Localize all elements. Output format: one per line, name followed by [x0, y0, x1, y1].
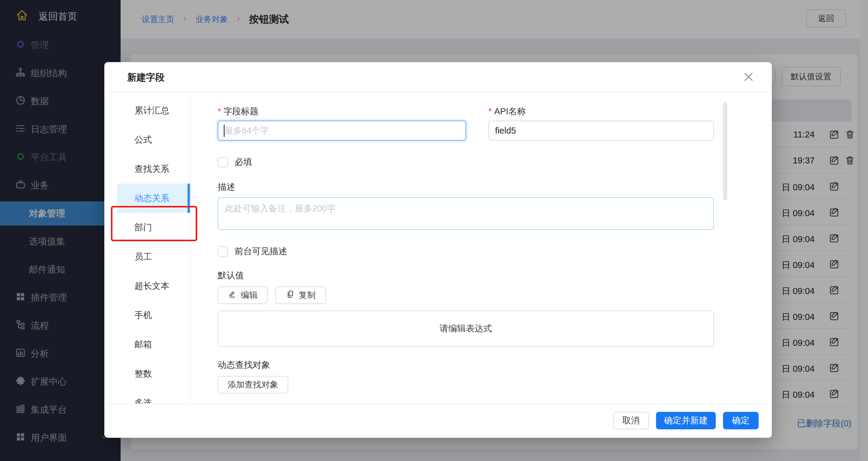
new-field-modal: 新建字段 累计汇总 公式 查找关系: [104, 62, 772, 438]
field-type-item[interactable]: 邮箱: [104, 330, 190, 359]
copy-expression-button[interactable]: 复制: [275, 286, 326, 304]
field-type-label: 邮箱: [134, 339, 152, 351]
default-value-label: 默认值: [218, 270, 244, 282]
description-label: 描述: [218, 181, 235, 193]
description-textarea[interactable]: [218, 197, 714, 230]
required-checkbox[interactable]: [218, 157, 228, 167]
api-name-input[interactable]: [489, 121, 714, 141]
field-type-item[interactable]: 部门: [104, 213, 190, 242]
field-type-nav: 累计汇总 公式 查找关系 动态关系 部门: [104, 92, 190, 403]
modal-title: 新建字段: [127, 71, 165, 84]
field-type-label: 员工: [134, 251, 152, 263]
field-type-label: 整数: [134, 368, 152, 380]
api-name-label: *API名称: [489, 105, 526, 118]
field-type-label: 手机: [134, 309, 152, 321]
field-type-label: 超长文本: [134, 280, 169, 292]
modal-footer: 取消 确定并新建 确定: [104, 403, 772, 437]
dynamic-lookup-label: 动态查找对象: [218, 359, 270, 371]
field-title-input[interactable]: [218, 121, 466, 141]
copy-icon: [286, 290, 295, 301]
modal-body: 累计汇总 公式 查找关系 动态关系 部门: [104, 92, 772, 403]
required-checkbox-row[interactable]: 必填: [218, 156, 252, 168]
text-caret: [224, 125, 225, 137]
field-type-item[interactable]: 整数: [104, 359, 190, 388]
confirm-and-new-button[interactable]: 确定并新建: [656, 412, 716, 429]
field-type-label: 累计汇总: [134, 104, 169, 117]
desc-visible-checkbox[interactable]: [218, 246, 228, 256]
modal-header: 新建字段: [104, 62, 772, 92]
required-checkbox-label: 必填: [235, 156, 252, 168]
field-type-label: 多选: [134, 397, 152, 404]
field-type-label: 部门: [134, 222, 152, 234]
add-lookup-object-button[interactable]: 添加查找对象: [218, 376, 288, 394]
field-type-item[interactable]: 员工: [104, 242, 190, 271]
confirm-button[interactable]: 确定: [723, 412, 758, 429]
field-type-item[interactable]: 超长文本: [104, 271, 190, 301]
field-type-item[interactable]: 查找关系: [104, 154, 190, 184]
field-type-label: 公式: [134, 134, 152, 146]
desc-visible-checkbox-row[interactable]: 前台可见描述: [218, 245, 287, 257]
edit-expression-button[interactable]: 编辑: [218, 286, 268, 304]
close-icon[interactable]: [742, 70, 755, 84]
app-root: 返回首页 管理 组织结构 数据: [0, 0, 868, 461]
required-asterisk: *: [489, 106, 492, 116]
field-type-item[interactable]: 多选: [104, 388, 190, 403]
form-scrollbar-thumb[interactable]: [723, 102, 727, 200]
field-type-item[interactable]: 手机: [104, 301, 190, 330]
expression-placeholder-box: 请编辑表达式: [218, 311, 714, 347]
field-type-item[interactable]: 动态关系: [117, 184, 190, 213]
field-title-label: *字段标题: [218, 105, 258, 118]
field-type-label: 查找关系: [134, 163, 169, 175]
required-asterisk: *: [218, 106, 221, 116]
field-form: *字段标题 *API名称 必填 描述 前台可见描述 默认值: [190, 92, 772, 403]
field-type-item[interactable]: 累计汇总: [104, 96, 190, 125]
desc-visible-checkbox-label: 前台可见描述: [235, 245, 287, 257]
field-type-label: 动态关系: [134, 192, 169, 205]
field-type-item[interactable]: 公式: [104, 125, 190, 154]
cancel-button[interactable]: 取消: [613, 412, 649, 429]
pencil-icon: [228, 290, 237, 301]
